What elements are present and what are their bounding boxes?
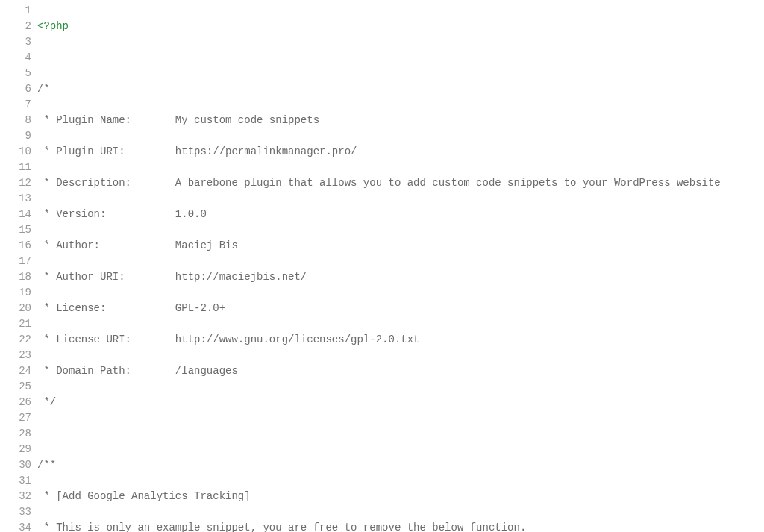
- code-line: * Domain Path: /languages: [37, 363, 764, 379]
- line-number: 12: [6, 175, 31, 191]
- line-number: 4: [6, 50, 31, 66]
- line-number: 13: [6, 191, 31, 207]
- line-number: 6: [6, 81, 31, 97]
- line-number: 11: [6, 160, 31, 175]
- line-number: 9: [6, 128, 31, 144]
- line-number: 31: [6, 473, 31, 489]
- line-number: 20: [6, 301, 31, 316]
- code-line: ​: [37, 426, 764, 442]
- line-number: 16: [6, 238, 31, 254]
- line-number: 5: [6, 66, 31, 81]
- code-line: */: [37, 395, 764, 410]
- code-line: ​: [37, 50, 764, 66]
- line-number: 24: [6, 363, 31, 379]
- code-line: * [Add Google Analytics Tracking]: [37, 489, 764, 504]
- line-number: 21: [6, 316, 31, 332]
- code-editor: 1 2 3 4 5 6 7 8 9 10 11 12 13 14 15 16 1…: [0, 0, 764, 532]
- code-line: * Plugin URI: https://permalinkmanager.p…: [37, 144, 764, 160]
- line-number: 14: [6, 207, 31, 222]
- line-number: 17: [6, 254, 31, 269]
- code-line: /**: [37, 457, 764, 473]
- line-number: 26: [6, 395, 31, 410]
- line-number: 30: [6, 457, 31, 473]
- code-line: * Author URI: http://maciejbis.net/: [37, 269, 764, 285]
- code-line: * This is only an example snippet, you a…: [37, 520, 764, 532]
- line-number: 23: [6, 348, 31, 363]
- line-number: 1: [6, 3, 31, 19]
- code-line: * Author: Maciej Bis: [37, 238, 764, 254]
- code-area[interactable]: <?php ​ /* * Plugin Name: My custom code…: [37, 3, 764, 532]
- php-open-tag: <?php: [37, 20, 69, 32]
- line-number: 2: [6, 19, 31, 34]
- code-line: /*: [37, 81, 764, 97]
- line-number: 18: [6, 269, 31, 285]
- line-number: 28: [6, 426, 31, 442]
- line-number: 8: [6, 113, 31, 128]
- code-line: * Plugin Name: My custom code snippets: [37, 113, 764, 128]
- code-line: * Description: A barebone plugin that al…: [37, 175, 764, 191]
- line-number: 27: [6, 410, 31, 426]
- code-line: * License URI: http://www.gnu.org/licens…: [37, 332, 764, 348]
- line-number: 3: [6, 34, 31, 50]
- line-number: 34: [6, 520, 31, 532]
- line-number: 7: [6, 97, 31, 113]
- code-line: <?php: [37, 19, 764, 34]
- line-number: 32: [6, 489, 31, 504]
- line-number: 22: [6, 332, 31, 348]
- line-number-gutter: 1 2 3 4 5 6 7 8 9 10 11 12 13 14 15 16 1…: [0, 3, 37, 532]
- line-number: 15: [6, 222, 31, 238]
- line-number: 25: [6, 379, 31, 395]
- code-line: * License: GPL-2.0+: [37, 301, 764, 316]
- line-number: 10: [6, 144, 31, 160]
- line-number: 33: [6, 504, 31, 520]
- line-number: 29: [6, 442, 31, 457]
- code-line: * Version: 1.0.0: [37, 207, 764, 222]
- line-number: 19: [6, 285, 31, 301]
